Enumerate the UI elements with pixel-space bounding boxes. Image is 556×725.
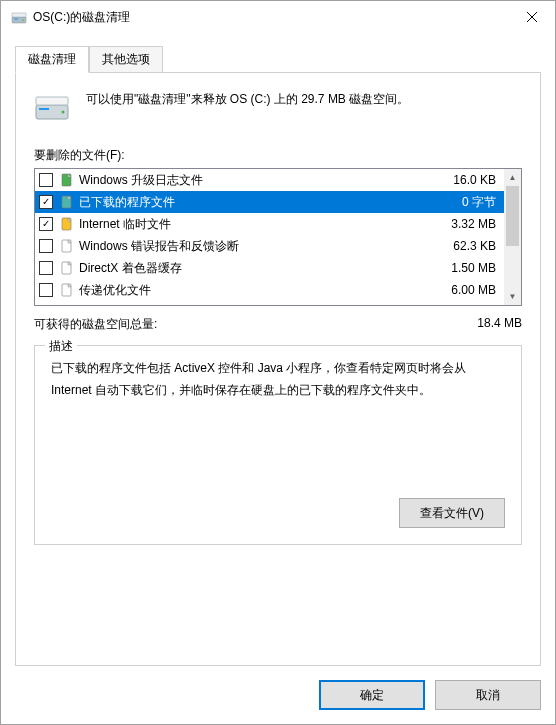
tab-disk-cleanup[interactable]: 磁盘清理 (15, 46, 89, 73)
window-title: OS(C:)的磁盘清理 (33, 9, 509, 26)
tab-other-options[interactable]: 其他选项 (89, 46, 163, 73)
files-to-delete-label: 要删除的文件(F): (34, 147, 522, 164)
file-name: DirectX 着色器缓存 (79, 260, 451, 277)
intro-row: 可以使用"磁盘清理"来释放 OS (C:) 上的 29.7 MB 磁盘空间。 (34, 89, 522, 125)
svg-point-7 (62, 111, 65, 114)
file-name: Windows 升级日志文件 (79, 172, 453, 189)
file-row[interactable]: Windows 升级日志文件16.0 KB (35, 169, 504, 191)
svg-point-3 (22, 19, 24, 21)
file-row[interactable]: DirectX 着色器缓存1.50 MB (35, 257, 504, 279)
titlebar: OS(C:)的磁盘清理 (1, 1, 555, 33)
file-size: 16.0 KB (453, 173, 500, 187)
description-fieldset: 描述 已下载的程序文件包括 ActiveX 控件和 Java 小程序，你查看特定… (34, 345, 522, 545)
file-list-inner: Windows 升级日志文件16.0 KB已下载的程序文件0 字节Interne… (35, 169, 504, 305)
svg-rect-0 (12, 17, 26, 23)
file-checkbox[interactable] (39, 217, 53, 231)
file-name: Internet 临时文件 (79, 216, 451, 233)
file-row[interactable]: Windows 错误报告和反馈诊断62.3 KB (35, 235, 504, 257)
file-size: 6.00 MB (451, 283, 500, 297)
view-files-button[interactable]: 查看文件(V) (399, 498, 505, 528)
scroll-thumb[interactable] (506, 186, 519, 246)
description-text: 已下载的程序文件包括 ActiveX 控件和 Java 小程序，你查看特定网页时… (51, 358, 505, 468)
tab-panel-cleanup: 可以使用"磁盘清理"来释放 OS (C:) 上的 29.7 MB 磁盘空间。 要… (15, 72, 541, 666)
svg-rect-6 (39, 108, 49, 110)
file-size: 62.3 KB (453, 239, 500, 253)
file-list: Windows 升级日志文件16.0 KB已下载的程序文件0 字节Interne… (34, 168, 522, 306)
scroll-down-icon[interactable]: ▼ (504, 288, 521, 305)
tabstrip: 磁盘清理 其他选项 (15, 46, 541, 73)
svg-rect-5 (36, 97, 68, 105)
file-checkbox[interactable] (39, 195, 53, 209)
scroll-track[interactable] (504, 186, 521, 288)
total-label: 可获得的磁盘空间总量: (34, 316, 157, 333)
file-type-icon (59, 282, 75, 298)
file-size: 0 字节 (462, 194, 500, 211)
file-checkbox[interactable] (39, 239, 53, 253)
file-row[interactable]: Internet 临时文件3.32 MB (35, 213, 504, 235)
file-list-scrollbar[interactable]: ▲ ▼ (504, 169, 521, 305)
description-legend: 描述 (45, 338, 77, 355)
file-type-icon (59, 216, 75, 232)
drive-cleanup-icon (11, 9, 27, 25)
cancel-button[interactable]: 取消 (435, 680, 541, 710)
file-size: 1.50 MB (451, 261, 500, 275)
file-row[interactable]: 已下载的程序文件0 字节 (35, 191, 504, 213)
scroll-up-icon[interactable]: ▲ (504, 169, 521, 186)
ok-button[interactable]: 确定 (319, 680, 425, 710)
close-button[interactable] (509, 1, 555, 33)
file-name: Windows 错误报告和反馈诊断 (79, 238, 453, 255)
file-checkbox[interactable] (39, 283, 53, 297)
drive-icon (34, 89, 70, 125)
dialog-buttons: 确定 取消 (1, 666, 555, 724)
file-type-icon (59, 238, 75, 254)
content-area: 磁盘清理 其他选项 可以使用"磁盘清理"来释放 OS (C:) 上的 29.7 … (1, 33, 555, 666)
file-type-icon (59, 260, 75, 276)
file-name: 传递优化文件 (79, 282, 451, 299)
total-row: 可获得的磁盘空间总量: 18.4 MB (34, 316, 522, 333)
intro-text: 可以使用"磁盘清理"来释放 OS (C:) 上的 29.7 MB 磁盘空间。 (86, 89, 409, 108)
file-checkbox[interactable] (39, 261, 53, 275)
total-value: 18.4 MB (477, 316, 522, 333)
file-type-icon (59, 172, 75, 188)
file-checkbox[interactable] (39, 173, 53, 187)
file-size: 3.32 MB (451, 217, 500, 231)
svg-rect-2 (14, 19, 18, 20)
svg-rect-1 (12, 13, 26, 17)
file-row[interactable]: 传递优化文件6.00 MB (35, 279, 504, 301)
file-type-icon (59, 194, 75, 210)
file-name: 已下载的程序文件 (79, 194, 462, 211)
